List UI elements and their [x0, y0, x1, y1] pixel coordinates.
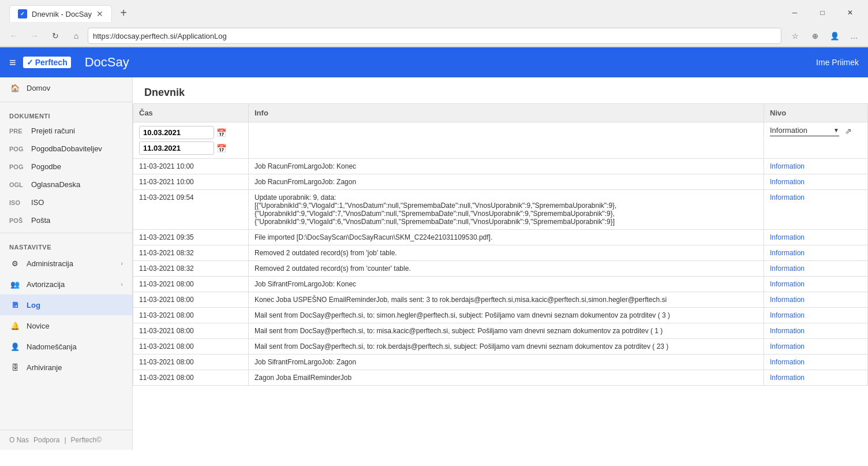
level-dropdown[interactable]: Information ▼	[770, 126, 839, 136]
sidebar-item-arhiviranje[interactable]: 🗄 Arhiviranje	[0, 357, 132, 378]
row-info: Mail sent from DocSay@perftech.si, to: r…	[249, 339, 764, 355]
sidebar-prefix: PRE	[9, 128, 25, 135]
maximize-button[interactable]: □	[809, 5, 836, 21]
sidebar-item-novice[interactable]: 🔔 Novice	[0, 315, 132, 336]
admin-icon: ⚙	[9, 258, 21, 269]
hamburger-menu-button[interactable]: ≡	[9, 56, 16, 69]
sidebar-item-label: Administracija	[27, 259, 115, 268]
sidebar-item-nadomescanja[interactable]: 👤 Nadomeščanja	[0, 336, 132, 357]
log-table: Čas Info Nivo 📅	[133, 103, 868, 386]
sidebar-footer: O Nas Podpora | Perftech©	[0, 430, 132, 450]
tab-close-button[interactable]: ✕	[96, 9, 103, 18]
row-level: Information	[764, 230, 868, 245]
sidebar-item-administracija[interactable]: ⚙ Administracija ›	[0, 253, 132, 274]
app-wrapper: ≡ ✓ Perftech DocSay Ime Priimek 🏠 Domov …	[0, 47, 868, 450]
row-time: 11-03-2021 08:00	[133, 292, 249, 308]
row-info: File imported [D:\DocSayScan\DocSayRacun…	[249, 230, 764, 245]
row-info: Job SifrantFromLargoJob: Konec	[249, 277, 764, 292]
row-time: 11-03-2021 08:00	[133, 323, 249, 339]
minimize-button[interactable]: ─	[781, 5, 808, 21]
sidebar-item-domov[interactable]: 🏠 Domov	[0, 77, 132, 98]
table-row: 11-03-2021 08:00 Mail sent from DocSay@p…	[133, 323, 868, 339]
refresh-button[interactable]: ↻	[46, 28, 65, 44]
row-info: Job RacunFromLargoJob: Konec	[249, 159, 764, 174]
table-row: 11-03-2021 08:00 Job SifrantFromLargoJob…	[133, 355, 868, 370]
back-button[interactable]: ←	[5, 28, 23, 44]
table-row: 11-03-2021 08:32 Removed 2 outdated reco…	[133, 261, 868, 277]
row-info: Mail sent from DocSay@perftech.si, to: m…	[249, 323, 764, 339]
browser-tab[interactable]: ✓ Dnevnik - DocSay ✕	[9, 5, 112, 22]
settings-icon[interactable]: …	[845, 28, 863, 44]
log-icon: 🖹	[9, 299, 21, 311]
filter-row: 📅 📅 In	[133, 122, 868, 159]
forward-button[interactable]: →	[25, 28, 44, 44]
page-title: Dnevnik	[144, 87, 856, 99]
row-time: 11-03-2021 08:00	[133, 277, 249, 292]
row-info: Job RacunFromLargoJob: Zagon	[249, 174, 764, 190]
row-time: 11-03-2021 08:32	[133, 245, 249, 261]
home-button[interactable]: ⌂	[67, 28, 85, 44]
favorites-icon[interactable]: ☆	[786, 28, 805, 44]
row-level: Information	[764, 277, 868, 292]
chevron-right-icon: ›	[121, 281, 123, 288]
tab-favicon: ✓	[18, 9, 27, 18]
row-level: Information	[764, 323, 868, 339]
row-info: Removed 2 outdated record(s) from 'job' …	[249, 245, 764, 261]
sidebar-item-label: Arhiviranje	[27, 363, 123, 372]
col-header-nivo: Nivo	[764, 104, 868, 122]
replacement-icon: 👤	[9, 341, 21, 352]
sidebar-prefix: OGL	[9, 181, 25, 188]
sidebar: 🏠 Domov DOKUMENTI PRE Prejeti računi POG…	[0, 77, 133, 450]
row-time: 11-03-2021 09:54	[133, 190, 249, 230]
table-row: 11-03-2021 09:54 Update uporabnik: 9, da…	[133, 190, 868, 230]
sidebar-item-log[interactable]: 🖹 Log	[0, 294, 132, 315]
row-time: 11-03-2021 09:35	[133, 230, 249, 245]
row-time: 11-03-2021 08:32	[133, 261, 249, 277]
sidebar-item-iso[interactable]: ISO ISO	[0, 193, 132, 211]
sidebar-prefix: ISO	[9, 199, 25, 206]
table-row: 11-03-2021 09:35 File imported [D:\DocSa…	[133, 230, 868, 245]
sidebar-item-label: Avtorizacija	[27, 280, 115, 289]
address-bar: ← → ↻ ⌂ ☆ ⊕ 👤 …	[0, 25, 868, 47]
sidebar-item-label: Pošta	[31, 216, 123, 225]
chevron-down-icon: ▼	[833, 127, 839, 133]
address-input[interactable]	[88, 28, 781, 44]
account-icon[interactable]: 👤	[825, 28, 844, 44]
row-time: 11-03-2021 10:00	[133, 174, 249, 190]
sidebar-item-label: Nadomeščanja	[27, 342, 123, 351]
app-name: DocSay	[85, 55, 129, 70]
filter-clear-button[interactable]: ⇗	[845, 126, 852, 136]
sidebar-item-pogodbe[interactable]: POG Pogodbe	[0, 158, 132, 176]
sidebar-item-oglasna-deska[interactable]: OGL OglasnaDeska	[0, 176, 132, 193]
row-info: Konec Joba USPEŠNO EmailReminderJob, mai…	[249, 292, 764, 308]
close-button[interactable]: ✕	[837, 5, 863, 21]
sidebar-item-avtorizacija[interactable]: 👥 Avtorizacija ›	[0, 274, 132, 294]
calendar-to-icon[interactable]: 📅	[216, 144, 226, 153]
podpora-link[interactable]: Podpora	[33, 436, 59, 444]
auth-icon: 👥	[9, 278, 21, 290]
date-to-input[interactable]	[139, 141, 214, 155]
sidebar-prefix: POG	[9, 163, 25, 170]
row-level: Information	[764, 261, 868, 277]
sidebar-item-posta[interactable]: POŠ Pošta	[0, 211, 132, 229]
sidebar-prefix: POŠ	[9, 217, 25, 224]
filter-nivo-cell: Information ▼ ⇗	[764, 122, 868, 159]
footer-brand: Perftech©	[71, 436, 102, 444]
new-tab-button[interactable]: +	[114, 3, 133, 22]
table-row: 11-03-2021 08:00 Konec Joba USPEŠNO Emai…	[133, 292, 868, 308]
o-nas-link[interactable]: O Nas	[9, 436, 29, 444]
table-row: 11-03-2021 08:00 Mail sent from DocSay@p…	[133, 339, 868, 355]
logo-box: ✓ Perftech	[23, 57, 71, 68]
sidebar-item-label: PogodbaDobaviteljev	[31, 144, 123, 153]
col-header-info: Info	[249, 104, 764, 122]
calendar-from-icon[interactable]: 📅	[216, 128, 226, 137]
sidebar-item-label: ISO	[31, 198, 123, 207]
sidebar-item-prejeti-racuni[interactable]: PRE Prejeti računi	[0, 122, 132, 140]
table-row: 11-03-2021 08:32 Removed 2 outdated reco…	[133, 245, 868, 261]
sidebar-item-pogodba-dobaviteljev[interactable]: POG PogodbaDobaviteljev	[0, 140, 132, 158]
sidebar-item-label: Novice	[27, 322, 123, 330]
date-from-input[interactable]	[139, 126, 214, 139]
collections-icon[interactable]: ⊕	[806, 28, 824, 44]
sidebar-section-nastavitve: NASTAVITVE	[0, 237, 132, 253]
table-row: 11-03-2021 08:00 Mail sent from DocSay@p…	[133, 308, 868, 323]
